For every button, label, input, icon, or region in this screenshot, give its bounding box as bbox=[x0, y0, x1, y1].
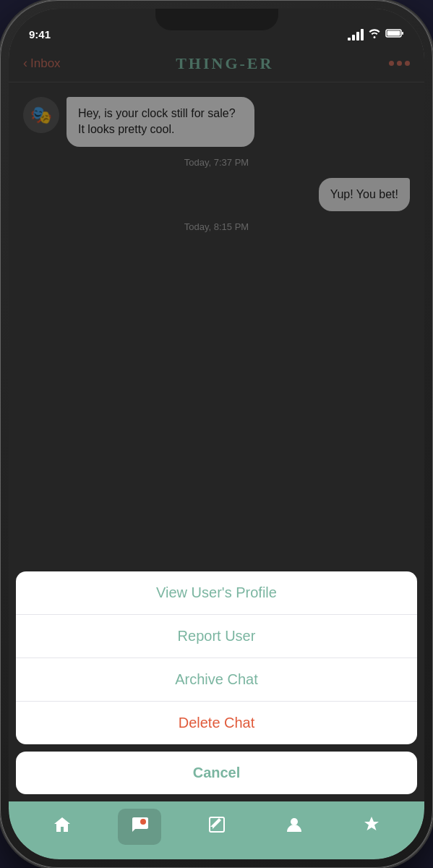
view-profile-button[interactable]: View User's Profile bbox=[16, 571, 417, 615]
tab-compose[interactable] bbox=[195, 809, 239, 845]
action-sheet: View User's Profile Report User Archive … bbox=[9, 571, 424, 801]
status-time: 9:41 bbox=[29, 28, 51, 41]
delete-chat-button[interactable]: Delete Chat bbox=[16, 702, 417, 744]
action-group: View User's Profile Report User Archive … bbox=[16, 571, 417, 744]
phone-frame: 9:41 bbox=[0, 0, 433, 868]
cancel-button[interactable]: Cancel bbox=[16, 752, 417, 794]
notch bbox=[155, 9, 278, 30]
svg-point-5 bbox=[291, 818, 298, 825]
archive-chat-button[interactable]: Archive Chat bbox=[16, 658, 417, 702]
tab-profile[interactable] bbox=[273, 809, 316, 845]
battery-icon bbox=[385, 28, 404, 41]
wifi-icon bbox=[368, 28, 381, 41]
compose-icon bbox=[207, 814, 227, 840]
profile-icon bbox=[284, 814, 304, 840]
phone-screen: 9:41 bbox=[9, 9, 424, 859]
chat-area: ‹ Inbox THING-ER 🎭 bbox=[9, 9, 424, 801]
messages-icon bbox=[129, 814, 150, 840]
svg-rect-2 bbox=[402, 32, 403, 35]
tab-favorites[interactable] bbox=[350, 809, 393, 845]
tab-home[interactable] bbox=[40, 809, 84, 845]
svg-rect-1 bbox=[387, 31, 400, 36]
report-user-button[interactable]: Report User bbox=[16, 615, 417, 658]
home-icon bbox=[52, 814, 72, 840]
signal-icon bbox=[348, 29, 364, 41]
svg-point-3 bbox=[140, 819, 146, 825]
status-icons bbox=[348, 28, 404, 41]
star-icon bbox=[361, 814, 382, 840]
app-screen: 9:41 bbox=[9, 9, 424, 859]
tab-messages[interactable] bbox=[118, 809, 161, 845]
tab-bar bbox=[9, 801, 424, 859]
